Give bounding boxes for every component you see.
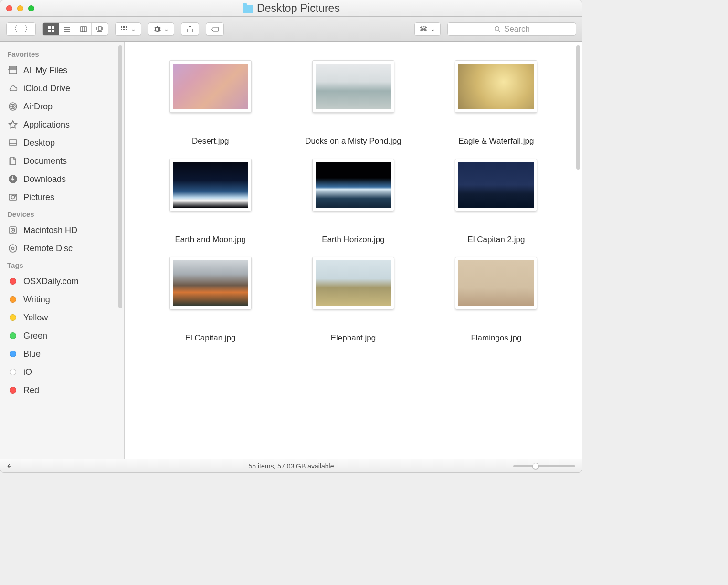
sidebar-item[interactable]: Red (5, 381, 124, 399)
sidebar-item[interactable]: Applications (5, 116, 124, 134)
svg-point-20 (495, 26, 499, 31)
optical-disc-icon (7, 243, 19, 254)
file-item[interactable]: El Capitan 2.jpg (441, 159, 551, 238)
svg-point-36 (12, 230, 13, 231)
toolbar: 〈 〉 (0, 17, 582, 42)
svg-rect-22 (9, 68, 17, 74)
file-thumbnail (455, 159, 537, 211)
tag-color-icon (7, 384, 19, 396)
file-name: Earth Horizon.jpg (322, 215, 384, 238)
svg-point-33 (15, 195, 16, 196)
sidebar-scrollbar[interactable] (118, 45, 122, 308)
file-item[interactable]: El Capitan.jpg (156, 257, 265, 337)
view-column-button[interactable] (75, 23, 92, 35)
file-name: El Capitan 2.jpg (467, 215, 525, 238)
sidebar-item-label: Remote Disc (23, 244, 73, 254)
sidebar-item-label: iO (23, 367, 32, 377)
file-name: Flamingos.jpg (471, 314, 521, 337)
sidebar-item-label: Documents (23, 156, 67, 166)
file-name: Elephant.jpg (331, 314, 376, 337)
file-item[interactable]: Elephant.jpg (298, 257, 408, 337)
icon-size-slider[interactable] (513, 465, 575, 467)
window-title: Desktop Pictures (257, 2, 340, 15)
sidebar-item-label: Pictures (23, 192, 54, 202)
search-field[interactable]: Search (447, 22, 576, 36)
folder-icon (243, 5, 253, 13)
sidebar-item-label: Yellow (23, 313, 48, 323)
sidebar-item[interactable]: Green (5, 327, 124, 345)
edit-tags-button[interactable] (206, 22, 224, 36)
applications-icon (7, 119, 19, 130)
sidebar-item-label: Writing (23, 295, 50, 305)
content-scrollbar[interactable] (576, 45, 580, 170)
sidebar: FavoritesAll My FilesiCloud DriveAirDrop… (0, 42, 125, 459)
sidebar-item[interactable]: Desktop (5, 134, 124, 152)
svg-point-38 (12, 247, 14, 250)
sidebar-item[interactable]: Documents (5, 152, 124, 170)
pictures-icon (7, 191, 19, 203)
tag-icon (211, 25, 219, 33)
status-text: 55 items, 57.03 GB available (0, 462, 582, 470)
file-thumbnail (455, 61, 537, 112)
sidebar-section-header: Tags (7, 261, 122, 269)
sidebar-item[interactable]: AirDrop (5, 97, 124, 116)
tag-color-icon (7, 312, 19, 323)
window-body: FavoritesAll My FilesiCloud DriveAirDrop… (0, 42, 582, 459)
sidebar-item-label: Green (23, 331, 47, 341)
file-thumbnail (313, 257, 394, 309)
all-my-files-icon (7, 64, 19, 76)
sidebar-item[interactable]: iO (5, 363, 124, 381)
view-list-button[interactable] (59, 23, 75, 35)
sidebar-item[interactable]: Remote Disc (5, 239, 124, 257)
svg-rect-19 (126, 29, 127, 30)
sidebar-item[interactable]: iCloud Drive (5, 79, 124, 97)
svg-rect-1 (52, 26, 54, 29)
gear-icon (153, 25, 161, 33)
file-item[interactable]: Earth and Moon.jpg (156, 159, 265, 238)
sidebar-item[interactable]: Blue (5, 345, 124, 363)
tag-color-icon (7, 276, 19, 287)
file-item[interactable]: Ducks on a Misty Pond.jpg (298, 61, 408, 140)
tag-color-icon (7, 348, 19, 360)
svg-rect-10 (98, 27, 101, 30)
svg-rect-16 (126, 26, 127, 28)
status-bar: 55 items, 57.03 GB available (0, 459, 582, 472)
tag-color-icon (7, 330, 19, 341)
sidebar-item-label: Blue (23, 349, 41, 359)
view-icon-button[interactable] (43, 23, 59, 35)
file-item[interactable]: Earth Horizon.jpg (298, 159, 408, 238)
sidebar-item[interactable]: OSXDaily.com (5, 272, 124, 290)
sidebar-item[interactable]: Pictures (5, 188, 124, 206)
file-item[interactable]: Flamingos.jpg (441, 257, 551, 337)
sidebar-item[interactable]: All My Files (5, 61, 124, 79)
share-button[interactable] (181, 22, 199, 36)
svg-point-32 (11, 196, 15, 199)
documents-icon (7, 155, 19, 167)
back-button[interactable]: 〈 (7, 23, 21, 35)
close-button[interactable] (6, 5, 12, 11)
dropbox-button[interactable]: ⌄ (414, 22, 441, 36)
sidebar-item[interactable]: Yellow (5, 308, 124, 327)
sidebar-item[interactable]: Downloads (5, 170, 124, 188)
forward-button[interactable]: 〉 (21, 23, 35, 35)
svg-rect-15 (123, 26, 125, 28)
maximize-button[interactable] (28, 5, 34, 11)
action-button[interactable]: ⌄ (148, 22, 174, 36)
minimize-button[interactable] (17, 5, 23, 11)
arrange-button[interactable]: ⌄ (115, 22, 141, 36)
view-coverflow-button[interactable] (92, 23, 108, 35)
tag-color-icon (7, 294, 19, 305)
file-thumbnail (313, 61, 394, 112)
airdrop-icon (7, 101, 19, 112)
file-item[interactable]: Desert.jpg (156, 61, 265, 140)
column-view-icon (80, 25, 87, 33)
chevron-left-icon: 〈 (10, 24, 18, 34)
file-name: Desert.jpg (192, 117, 229, 140)
content-area[interactable]: Desert.jpgDucks on a Misty Pond.jpgEagle… (125, 42, 582, 459)
title-bar: Desktop Pictures (0, 0, 582, 17)
search-icon (494, 25, 501, 33)
sidebar-item[interactable]: Macintosh HD (5, 221, 124, 239)
sidebar-item[interactable]: Writing (5, 290, 124, 308)
sidebar-item-label: All My Files (23, 65, 67, 75)
file-item[interactable]: Eagle & Waterfall.jpg (441, 61, 551, 140)
